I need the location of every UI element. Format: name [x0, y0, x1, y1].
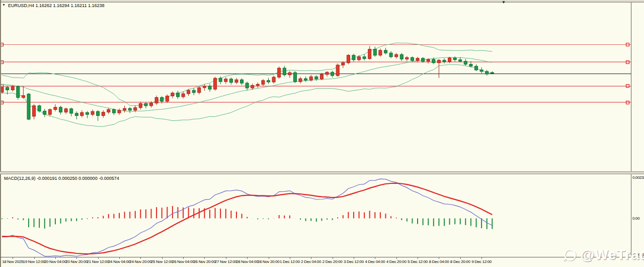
time-axis-tick [226, 257, 226, 259]
time-axis-border [0, 257, 644, 257]
symbol-ohlc-label: EURUSD,H4 1.16262 1.16294 1.16211 1.1623… [8, 3, 104, 8]
time-axis-tick [311, 257, 311, 259]
time-axis-tick [439, 257, 439, 259]
time-axis-tick [269, 257, 269, 259]
chart-shift-marker-icon[interactable]: ▼ [502, 0, 506, 5]
time-axis-tick [354, 257, 354, 259]
window-left-border [0, 0, 1, 267]
time-axis-label: 20 Nov 20:00 [65, 259, 88, 264]
time-axis-tick [34, 257, 35, 259]
time-axis-tick [418, 257, 418, 259]
line-endpoint-marker[interactable] [626, 60, 629, 64]
time-axis-tick [98, 257, 99, 259]
horizontal-line-1.15902[interactable] [1, 86, 631, 87]
time-axis-label: 3 Dec 12:00 [342, 259, 365, 264]
time-axis-label: 8 Dec 04:00 [427, 259, 450, 264]
macd-header-label: MACD(12,26,9) -0.000191 0.000250 0.00000… [4, 176, 119, 181]
time-axis-tick [290, 257, 290, 259]
time-axis-tick [140, 257, 141, 259]
time-axis-tick [162, 257, 163, 259]
time-axis-label: 21 Nov 12:00 [87, 259, 110, 264]
macd-axis-label: 0.00 [632, 216, 639, 221]
main-chart-pane[interactable] [0, 2, 631, 171]
time-axis-tick [55, 257, 56, 259]
pane-separator[interactable] [0, 171, 644, 174]
watermark-text: @WeTrade [581, 247, 644, 263]
time-axis-label: 24 Nov 20:00 [129, 259, 152, 264]
time-axis-label: 4 Dec 20:00 [385, 259, 408, 264]
time-axis-tick [396, 257, 397, 259]
time-axis-tick [460, 257, 461, 259]
time-axis-label: 1 Dec 12:00 [278, 259, 301, 264]
time-axis-tick [76, 257, 77, 259]
time-axis-label: 26 Nov 04:00 [172, 259, 195, 264]
time-axis-label: 24 Nov 04:00 [108, 259, 131, 264]
watermark: @WeTrade [562, 247, 644, 263]
time-axis-tick [375, 257, 375, 259]
macd-axis-label: 0.002332 [632, 175, 644, 180]
horizontal-line-1.16538[interactable] [1, 61, 631, 62]
time-axis-label: 2 Dec 20:00 [321, 259, 344, 264]
line-endpoint-marker[interactable] [626, 84, 629, 88]
time-axis-tick [204, 257, 205, 259]
wetrade-logo-icon [562, 247, 578, 262]
time-axis-label: 5 Dec 12:00 [406, 259, 429, 264]
time-axis-tick [247, 257, 248, 259]
time-axis-label: 2 Dec 04:00 [299, 259, 323, 264]
time-axis-tick [119, 257, 120, 259]
time-axis-tick [13, 257, 13, 259]
time-axis-label: 18 Nov 2025 [1, 259, 24, 264]
time-axis-label: 25 Nov 12:00 [150, 259, 174, 264]
window-top-border [0, 0, 644, 3]
horizontal-line-1.17001[interactable] [1, 44, 631, 45]
line-endpoint-marker[interactable] [626, 43, 629, 46]
chart-window: ▼ ▼ EURUSD,H4 1.16262 1.16294 1.16211 1.… [0, 0, 644, 267]
current-price-line [1, 74, 631, 74]
time-axis[interactable]: 18 Nov 202519 Nov 12:0020 Nov 04:0020 No… [0, 257, 644, 267]
horizontal-line-1.15472[interactable] [1, 102, 631, 103]
time-axis-label: 8 Dec 20:00 [449, 259, 472, 264]
macd-pane[interactable] [0, 174, 631, 257]
time-axis-label: 20 Nov 04:00 [44, 259, 67, 264]
chart-collapse-arrow-icon[interactable]: ▼ [2, 3, 6, 7]
time-axis-label: 27 Nov 12:00 [214, 259, 237, 264]
line-endpoint-marker[interactable] [626, 101, 629, 104]
time-axis-label: 26 Nov 20:00 [193, 259, 216, 264]
price-axis-border [631, 2, 631, 257]
time-axis-label: 19 Nov 12:00 [23, 259, 46, 264]
time-axis-tick [183, 257, 184, 259]
time-axis-label: 9 Dec 12:00 [470, 259, 493, 264]
time-axis-label: 28 Nov 20:00 [257, 259, 280, 264]
time-axis-label: 28 Nov 04:00 [235, 259, 259, 264]
time-axis-label: 4 Dec 04:00 [363, 259, 386, 264]
time-axis-tick [333, 257, 333, 259]
time-axis-tick [481, 257, 482, 259]
